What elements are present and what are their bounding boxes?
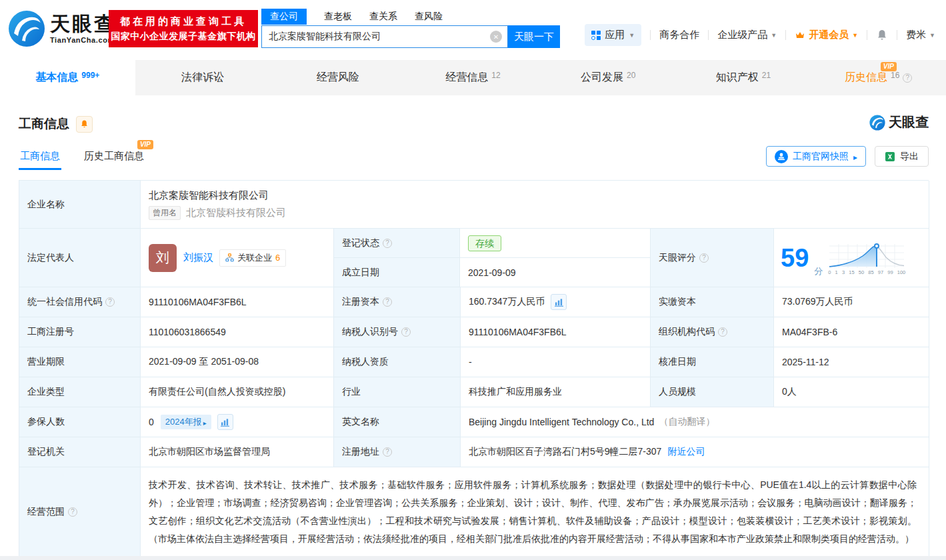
field-label-company-type: 企业类型 — [19, 377, 141, 407]
score-tick: 0 — [828, 269, 831, 275]
site-header: 天眼查 TianYanCha.com 都在用的商业查询工具 国家中小企业发展子基… — [0, 0, 946, 60]
tab-development[interactable]: 公司发展 20 — [541, 60, 676, 95]
search-button[interactable]: 天眼一下 — [508, 25, 560, 48]
field-value-reg-number: 110106031866549 — [141, 317, 334, 347]
field-label-tyc-score: 天眼评分 — [651, 229, 774, 287]
export-button[interactable]: 导出 — [875, 146, 929, 167]
help-icon[interactable] — [68, 507, 77, 517]
tab-risk[interactable]: 经营风险 — [270, 60, 405, 95]
chevron-down-icon — [629, 32, 635, 39]
field-label-establish-date: 成立日期 — [334, 258, 460, 287]
field-label-reg-status: 登记状态 — [334, 229, 460, 258]
tab-count: 12 — [491, 71, 500, 80]
arrow-right-icon — [203, 417, 207, 427]
nav-divider — [650, 30, 651, 40]
header-nav: 应用 商务合作 企业级产品 开通会员 费米 — [585, 24, 935, 46]
tab-legal[interactable]: 法律诉讼 — [135, 60, 271, 95]
help-icon[interactable] — [401, 327, 411, 337]
user-menu[interactable]: 费米 — [906, 29, 935, 41]
related-companies-count: 6 — [275, 253, 280, 263]
tab-operation[interactable]: 经营信息 12 — [405, 60, 541, 95]
search-tab-relation[interactable]: 查关系 — [369, 11, 397, 23]
status-date-block: 登记状态 存续 成立日期 2021-09-09 — [334, 229, 651, 287]
tab-ip[interactable]: 知识产权 21 — [676, 60, 811, 95]
brand-domain: TianYanCha.com — [50, 37, 116, 44]
nav-divider — [897, 30, 897, 40]
field-label-registry-authority: 登记机关 — [19, 437, 141, 467]
slogan-line2: 国家中小企业发展子基金旗下机构 — [111, 31, 256, 43]
field-value-company-name: 北京案牍智能科技有限公司 曾用名 北京智牍科技有限公司 — [141, 181, 929, 229]
field-value-english-name: Beijing Jingdu Intelligent Technology Co… — [461, 407, 929, 437]
legal-rep-name-link[interactable]: 刘振汉 — [183, 251, 213, 264]
nav-enterprise[interactable]: 企业级产品 — [717, 29, 777, 41]
open-vip-button[interactable]: 开通会员 — [795, 29, 858, 41]
nav-divider — [708, 30, 709, 40]
score-tick: 50 — [859, 269, 864, 275]
field-label-reg-capital: 注册资本 — [334, 287, 461, 317]
subscribe-bell-button[interactable] — [76, 116, 93, 133]
annual-report-badge[interactable]: 2024年报 — [161, 415, 211, 429]
slogan-banner: 都在用的商业查询工具 国家中小企业发展子基金旗下机构 — [109, 10, 258, 47]
tianyancha-logo-icon — [8, 10, 45, 47]
field-value-taxpayer-quality: - — [461, 347, 651, 377]
search-tab-risk[interactable]: 查风险 — [415, 11, 443, 23]
apps-label: 应用 — [605, 29, 625, 41]
help-icon[interactable] — [903, 73, 912, 83]
tianyancha-logo[interactable]: 天眼查 TianYanCha.com — [8, 10, 116, 47]
search-tab-boss[interactable]: 查老板 — [324, 11, 352, 23]
tab-label: 基本信息 — [35, 71, 78, 85]
field-value-business-scope: 技术开发、技术咨询、技术转让、技术推广、技术服务；基础软件服务；应用软件服务；计… — [141, 467, 929, 557]
related-companies-badge[interactable]: 关联企业 6 — [219, 249, 286, 267]
capital-trend-button[interactable] — [551, 294, 567, 310]
field-value-industry: 科技推广和应用服务业 — [461, 377, 651, 407]
tab-label: 法律诉讼 — [181, 71, 224, 85]
insured-trend-button[interactable] — [217, 414, 233, 430]
search-tab-company[interactable]: 查公司 — [261, 9, 307, 25]
score-tick: 15 — [849, 269, 854, 275]
tab-label: 知识产权 — [716, 71, 759, 85]
help-icon[interactable] — [383, 239, 392, 248]
field-label-approval-date: 核准日期 — [651, 347, 774, 377]
field-value-insured-count: 0 2024年报 — [141, 407, 334, 437]
score-tick: 99 — [887, 269, 893, 275]
legal-rep-avatar[interactable]: 刘 — [149, 244, 177, 272]
field-label-business-term: 营业期限 — [19, 347, 141, 377]
user-name: 费米 — [906, 29, 926, 41]
help-icon[interactable] — [383, 297, 392, 307]
subtab-history-business-info[interactable]: 历史工商信息 VIP — [84, 150, 144, 170]
nav-divider — [785, 30, 786, 40]
english-name-value: Beijing Jingdu Intelligent Technology Co… — [469, 417, 654, 427]
subtab-business-info[interactable]: 工商信息 — [20, 150, 60, 170]
help-icon[interactable] — [699, 253, 709, 263]
credit-code-label: 统一社会信用代码 — [27, 296, 102, 308]
help-icon[interactable] — [383, 447, 392, 457]
business-info-table: 企业名称 北京案牍智能科技有限公司 曾用名 北京智牍科技有限公司 法定代表人 刘… — [19, 180, 929, 557]
search-input[interactable] — [261, 25, 508, 48]
notification-bell-icon[interactable] — [876, 29, 888, 41]
tianyancha-watermark-icon — [869, 115, 885, 131]
nearby-companies-link[interactable]: 附近公司 — [667, 446, 705, 458]
score-distribution-chart[interactable]: 0131550859799100 — [828, 243, 905, 275]
export-label: 导出 — [900, 151, 919, 163]
apps-menu[interactable]: 应用 — [585, 24, 641, 46]
open-vip-label: 开通会员 — [809, 29, 849, 41]
apps-grid-icon — [591, 31, 601, 40]
help-icon[interactable] — [718, 327, 727, 337]
score-tick: 85 — [868, 269, 873, 275]
clear-search-icon[interactable] — [490, 31, 502, 43]
chevron-down-icon — [771, 32, 777, 39]
field-label-english-name: 英文名称 — [334, 407, 461, 437]
tab-count: 16 — [891, 71, 899, 80]
nav-cooperation[interactable]: 商务合作 — [659, 29, 699, 41]
help-icon[interactable] — [105, 297, 115, 307]
field-value-credit-code: 91110106MA04F3FB6L — [141, 287, 334, 317]
tab-history[interactable]: 历史信息 VIP 16 — [811, 60, 946, 95]
vip-badge: VIP — [137, 140, 153, 149]
field-label-paid-capital: 实缴资本 — [651, 287, 774, 317]
nav-divider — [867, 30, 867, 40]
field-value-tyc-score: 59 分 0131550859799100 — [774, 229, 929, 287]
official-snapshot-button[interactable]: 工商官网快照 — [766, 146, 866, 167]
company-name[interactable]: 北京案牍智能科技有限公司 — [149, 189, 269, 202]
tab-basic-info[interactable]: 基本信息 999+ — [0, 60, 135, 95]
business-subtabs: 工商信息 历史工商信息 VIP — [20, 150, 144, 170]
